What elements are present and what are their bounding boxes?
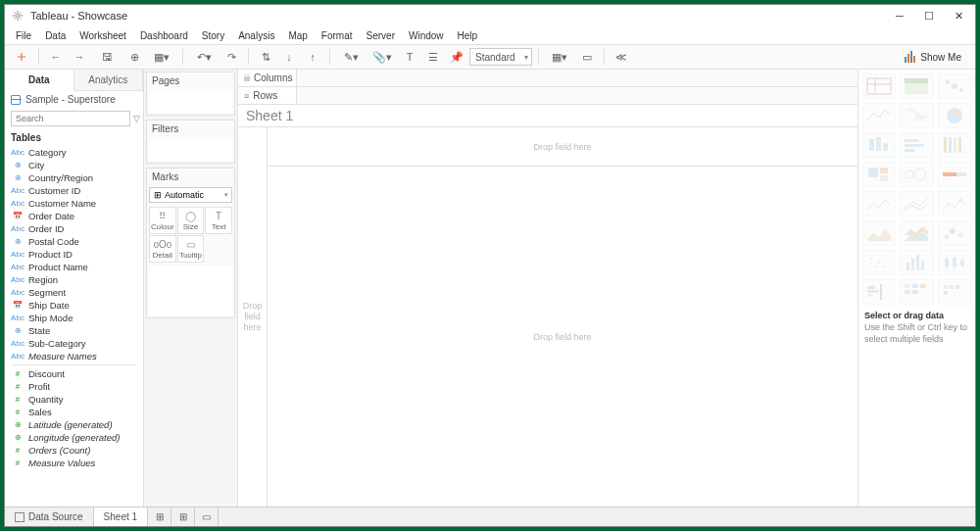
chart-type-17[interactable] (938, 220, 971, 246)
chart-type-1[interactable] (900, 73, 933, 99)
mark-detail[interactable]: oOoDetail (149, 235, 176, 263)
mark-text[interactable]: TText (205, 207, 232, 234)
chart-type-0[interactable] (862, 73, 896, 99)
field-customer-name[interactable]: AbcCustomer Name (7, 197, 141, 210)
field-country-region[interactable]: ⊕Country/Region (7, 171, 141, 184)
chart-type-11[interactable] (938, 162, 971, 187)
new-dashboard-button[interactable]: ⊞ (172, 507, 195, 526)
chart-type-22[interactable] (900, 279, 933, 305)
undo-button[interactable]: ↶▾ (189, 47, 219, 67)
field-orders-count-[interactable]: #Orders (Count) (7, 444, 141, 457)
menu-analysis[interactable]: Analysis (231, 28, 281, 43)
field-city[interactable]: ⊕City (7, 159, 141, 171)
chart-type-19[interactable] (900, 250, 933, 275)
filters-shelf[interactable]: Filters (146, 120, 235, 164)
highlight-button[interactable]: ✎▾ (336, 47, 366, 67)
rows-drop-zone[interactable]: Drop field here (238, 127, 268, 507)
field-order-id[interactable]: AbcOrder ID (7, 222, 141, 235)
mark-colour[interactable]: ⠿Colour (149, 207, 176, 234)
field-discount[interactable]: #Discount (7, 367, 141, 380)
viz-drop-zone[interactable]: Drop field here (268, 167, 858, 507)
presentation-button[interactable]: ▭ (576, 47, 598, 67)
field-ship-date[interactable]: 📅Ship Date (7, 299, 141, 312)
marks-type-dropdown[interactable]: ⊞ Automatic (149, 187, 232, 203)
rows-shelf[interactable]: ≡Rows (238, 87, 858, 105)
menu-map[interactable]: Map (281, 28, 314, 43)
field-customer-id[interactable]: AbcCustomer ID (7, 184, 141, 197)
chart-type-14[interactable] (938, 191, 971, 217)
chart-type-8[interactable] (938, 132, 971, 158)
chart-type-18[interactable] (862, 250, 896, 275)
filter-icon[interactable]: ▽ (133, 113, 140, 124)
chart-type-3[interactable] (862, 103, 896, 128)
field-product-name[interactable]: AbcProduct Name (7, 261, 141, 273)
sheet-title[interactable]: Sheet 1 (238, 105, 858, 127)
field-category[interactable]: AbcCategory (7, 146, 141, 159)
chart-type-5[interactable] (938, 103, 971, 128)
field-latitude-generated-[interactable]: ⊕Latitude (generated) (7, 418, 141, 431)
chart-type-21[interactable] (862, 279, 896, 305)
menu-server[interactable]: Server (360, 28, 402, 43)
field-state[interactable]: ⊕State (7, 324, 141, 337)
menu-dashboard[interactable]: Dashboard (133, 28, 195, 43)
field-measure-names[interactable]: AbcMeasure Names (7, 350, 141, 362)
chart-type-15[interactable] (862, 220, 896, 246)
search-input[interactable] (11, 111, 130, 126)
chart-type-23[interactable] (938, 279, 971, 305)
chart-type-7[interactable] (900, 132, 933, 158)
maximize-button[interactable]: ☐ (914, 6, 944, 25)
group-button[interactable]: 📎▾ (368, 47, 397, 67)
menu-worksheet[interactable]: Worksheet (73, 28, 133, 43)
menu-format[interactable]: Format (315, 28, 360, 43)
show-me-button[interactable]: Show Me (897, 49, 969, 65)
field-order-date[interactable]: 📅Order Date (7, 210, 141, 222)
sheet-tab[interactable]: Sheet 1 (94, 507, 148, 526)
mark-size[interactable]: ◯Size (177, 207, 205, 234)
field-sales[interactable]: #Sales (7, 406, 141, 418)
menu-data[interactable]: Data (38, 28, 73, 43)
back-button[interactable]: ← (45, 47, 67, 67)
sort-asc-button[interactable]: ↓ (278, 47, 300, 67)
field-sub-category[interactable]: AbcSub-Category (7, 337, 141, 350)
sort-desc-button[interactable]: ↑ (302, 47, 323, 67)
datasource-row[interactable]: Sample - Superstore (5, 91, 143, 108)
chart-type-2[interactable] (938, 73, 971, 99)
pages-shelf[interactable]: Pages (146, 72, 235, 116)
field-longitude-generated-[interactable]: ⊕Longitude (generated) (7, 431, 141, 444)
field-quantity[interactable]: #Quantity (7, 393, 141, 406)
menu-window[interactable]: Window (402, 28, 451, 43)
share-button[interactable]: ≪ (611, 47, 632, 67)
datasource-tab[interactable]: Data Source (5, 507, 94, 526)
new-worksheet-button[interactable]: ⊞ (148, 507, 172, 526)
field-region[interactable]: AbcRegion (7, 273, 141, 286)
field-segment[interactable]: AbcSegment (7, 286, 141, 299)
field-product-id[interactable]: AbcProduct ID (7, 248, 141, 261)
menu-story[interactable]: Story (195, 28, 231, 43)
totals-button[interactable]: T (399, 47, 420, 67)
chart-type-4[interactable] (900, 103, 933, 128)
close-button[interactable]: ✕ (944, 6, 973, 25)
chart-type-16[interactable] (900, 220, 933, 246)
tab-analytics[interactable]: Analytics◦ (74, 70, 144, 90)
swap-button[interactable]: ⇅ (255, 47, 276, 67)
labels-button[interactable]: ☰ (422, 47, 444, 67)
home-button[interactable] (11, 47, 32, 67)
minimize-button[interactable]: ─ (885, 6, 914, 25)
mark-tooltip[interactable]: ▭Tooltip (177, 235, 205, 263)
field-ship-mode[interactable]: AbcShip Mode (7, 312, 141, 324)
field-measure-values[interactable]: #Measure Values (7, 457, 141, 469)
redo-button[interactable]: ↷ (220, 47, 242, 67)
columns-drop-zone[interactable]: Drop field here (268, 127, 858, 167)
save-button[interactable]: 🖫 (92, 47, 122, 67)
fit-dropdown[interactable]: Standard (469, 48, 532, 66)
menu-help[interactable]: Help (451, 28, 485, 43)
tab-data[interactable]: Data (5, 70, 74, 91)
chart-type-6[interactable] (862, 132, 896, 158)
new-datasource-button[interactable]: ⊕ (123, 47, 145, 67)
pin-button[interactable]: 📌 (446, 47, 467, 67)
field-postal-code[interactable]: ⊕Postal Code (7, 235, 141, 248)
chart-type-10[interactable] (900, 162, 933, 187)
chart-type-9[interactable] (862, 162, 896, 187)
new-sheet-button[interactable]: ▦▾ (147, 47, 176, 67)
field-profit[interactable]: #Profit (7, 380, 141, 393)
